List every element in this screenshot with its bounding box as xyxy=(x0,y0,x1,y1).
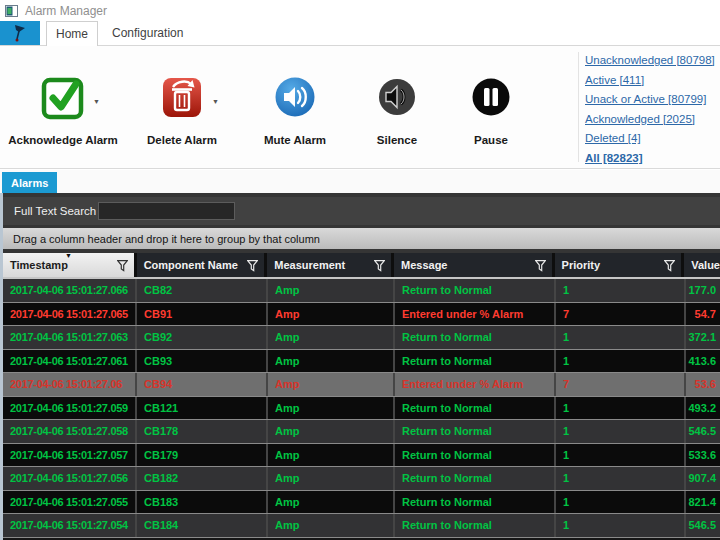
column-header-component-name[interactable]: Component Name xyxy=(137,253,268,277)
column-header-label: Timestamp xyxy=(10,259,68,271)
cell-measurement: Amp xyxy=(268,326,395,349)
delete-alarm-button[interactable]: Delete Alarm xyxy=(130,68,234,146)
filter-funnel-icon[interactable] xyxy=(247,260,258,272)
cell-value: 546.5 xyxy=(686,514,720,537)
ribbon-toolbar: Acknowledge Alarm ▼ Delete Alarm ▼ xyxy=(0,46,720,169)
filter-link-1[interactable]: Active [411] xyxy=(585,71,715,91)
full-text-search-bar: Full Text Search xyxy=(3,197,720,225)
toolbar-links-divider xyxy=(578,52,579,162)
filter-link-2[interactable]: Unack or Active [80799] xyxy=(585,90,715,110)
cell-timestamp: 2017-04-06 15:01:27.057 xyxy=(3,444,137,467)
alarm-row[interactable]: 2017-04-06 15:01:27.058CB178AmpReturn to… xyxy=(3,420,720,444)
cell-measurement: Amp xyxy=(268,350,395,373)
grid-header-row: Timestamp▼Component NameMeasurementMessa… xyxy=(3,253,720,279)
alarm-row[interactable]: 2017-04-06 15:01:27.063CB92AmpReturn to … xyxy=(3,326,720,350)
cell-value: 907.4 xyxy=(686,467,720,490)
mute-icon xyxy=(274,76,316,118)
delete-dropdown-caret[interactable]: ▼ xyxy=(212,98,219,105)
cell-priority: 1 xyxy=(556,444,686,467)
filter-link-0[interactable]: Unacknowledged [80798] xyxy=(585,51,715,71)
filter-funnel-icon[interactable] xyxy=(664,260,675,272)
tab-alarms-label: Alarms xyxy=(11,177,48,189)
cell-message: Return to Normal xyxy=(395,467,556,490)
filter-link-4[interactable]: Deleted [4] xyxy=(585,129,715,149)
alarm-row[interactable]: 2017-04-06 15:01:27.066CB82AmpReturn to … xyxy=(3,279,720,303)
cell-component: CB184 xyxy=(137,514,268,537)
window-title: Alarm Manager xyxy=(25,4,107,18)
alarm-row[interactable]: 2017-04-06 15:01:27.061CB93AmpReturn to … xyxy=(3,350,720,374)
cell-measurement: Amp xyxy=(268,397,395,420)
cell-timestamp: 2017-04-06 15:01:27.059 xyxy=(3,397,137,420)
cell-priority: 1 xyxy=(556,350,686,373)
sort-indicator-icon: ▼ xyxy=(65,252,72,259)
cell-timestamp: 2017-04-06 15:01:27.06 xyxy=(3,373,137,396)
search-input[interactable] xyxy=(98,202,235,220)
alarm-row[interactable]: 2017-04-06 15:01:27.065CB91AmpEntered un… xyxy=(3,303,720,327)
filter-funnel-icon[interactable] xyxy=(374,260,385,272)
cell-message: Return to Normal xyxy=(395,326,556,349)
column-header-timestamp[interactable]: Timestamp▼ xyxy=(3,253,137,277)
acknowledge-dropdown-caret[interactable]: ▼ xyxy=(93,98,100,105)
cell-message: Return to Normal xyxy=(395,397,556,420)
column-header-measurement[interactable]: Measurement xyxy=(267,253,394,277)
cell-timestamp: 2017-04-06 15:01:27.055 xyxy=(3,491,137,514)
pause-button[interactable]: Pause xyxy=(439,68,543,146)
cell-measurement: Amp xyxy=(268,467,395,490)
cell-value: 546.5 xyxy=(686,420,720,443)
alarm-row[interactable]: 2017-04-06 15:01:27.059CB121AmpReturn to… xyxy=(3,397,720,421)
title-bar: Alarm Manager xyxy=(0,0,720,21)
cell-message: Return to Normal xyxy=(395,514,556,537)
column-header-message[interactable]: Message xyxy=(394,253,555,277)
filter-funnel-icon[interactable] xyxy=(535,260,546,272)
cell-timestamp: 2017-04-06 15:01:27.066 xyxy=(3,279,137,302)
silence-button[interactable]: Silence xyxy=(345,68,449,146)
mute-alarm-button[interactable]: Mute Alarm xyxy=(243,68,347,146)
cell-value: 177.0 xyxy=(686,279,720,302)
cell-priority: 7 xyxy=(556,303,686,326)
cell-component: CB183 xyxy=(137,491,268,514)
tab-configuration[interactable]: Configuration xyxy=(98,21,197,45)
group-by-bar[interactable]: Drag a column header and drop it here to… xyxy=(3,228,720,249)
cell-component: CB178 xyxy=(137,420,268,443)
cell-message: Return to Normal xyxy=(395,420,556,443)
cell-measurement: Amp xyxy=(268,491,395,514)
column-header-value[interactable]: Value xyxy=(684,253,720,277)
filter-funnel-icon[interactable] xyxy=(117,260,128,272)
alarm-filter-links: Unacknowledged [80798]Active [411]Unack … xyxy=(585,51,715,169)
cell-component: CB179 xyxy=(137,444,268,467)
alarm-row[interactable]: 2017-04-06 15:01:27.057CB179AmpReturn to… xyxy=(3,444,720,468)
tab-configuration-label: Configuration xyxy=(112,26,183,40)
cell-component: CB182 xyxy=(137,467,268,490)
acknowledge-alarm-label: Acknowledge Alarm xyxy=(0,134,126,146)
cell-message: Return to Normal xyxy=(395,350,556,373)
acknowledge-alarm-button[interactable]: Acknowledge Alarm xyxy=(0,68,126,146)
tab-alarms[interactable]: Alarms xyxy=(2,172,57,193)
cell-priority: 7 xyxy=(556,373,686,396)
pause-icon xyxy=(471,77,511,117)
alarm-row[interactable]: 2017-04-06 15:01:27.06CB94AmpEntered und… xyxy=(3,373,720,397)
cell-measurement: Amp xyxy=(268,514,395,537)
cell-priority: 1 xyxy=(556,467,686,490)
group-by-hint: Drag a column header and drop it here to… xyxy=(13,233,320,245)
cell-message: Return to Normal xyxy=(395,491,556,514)
cell-measurement: Amp xyxy=(268,303,395,326)
cell-value: 372.1 xyxy=(686,326,720,349)
alarm-row[interactable]: 2017-04-06 15:01:27.055CB183AmpReturn to… xyxy=(3,491,720,515)
column-header-label: Priority xyxy=(562,259,601,271)
app-menu-button[interactable] xyxy=(0,21,40,45)
alarms-tab-strip: Alarms xyxy=(0,170,720,193)
column-header-priority[interactable]: Priority xyxy=(555,253,685,277)
cell-priority: 1 xyxy=(556,491,686,514)
silence-label: Silence xyxy=(345,134,449,146)
tab-home[interactable]: Home xyxy=(46,21,98,46)
alarm-row[interactable]: 2017-04-06 15:01:27.054CB184AmpReturn to… xyxy=(3,514,720,538)
search-label: Full Text Search xyxy=(14,205,96,217)
cell-component: CB82 xyxy=(137,279,268,302)
cell-value: 533.6 xyxy=(686,444,720,467)
grid-body: 2017-04-06 15:01:27.066CB82AmpReturn to … xyxy=(3,279,720,538)
alarm-row[interactable]: 2017-04-06 15:01:27.056CB182AmpReturn to… xyxy=(3,467,720,491)
column-header-label: Message xyxy=(401,259,447,271)
filter-link-5[interactable]: All [82823] xyxy=(585,149,715,169)
filter-link-3[interactable]: Acknowledged [2025] xyxy=(585,110,715,130)
silence-icon xyxy=(377,77,417,117)
